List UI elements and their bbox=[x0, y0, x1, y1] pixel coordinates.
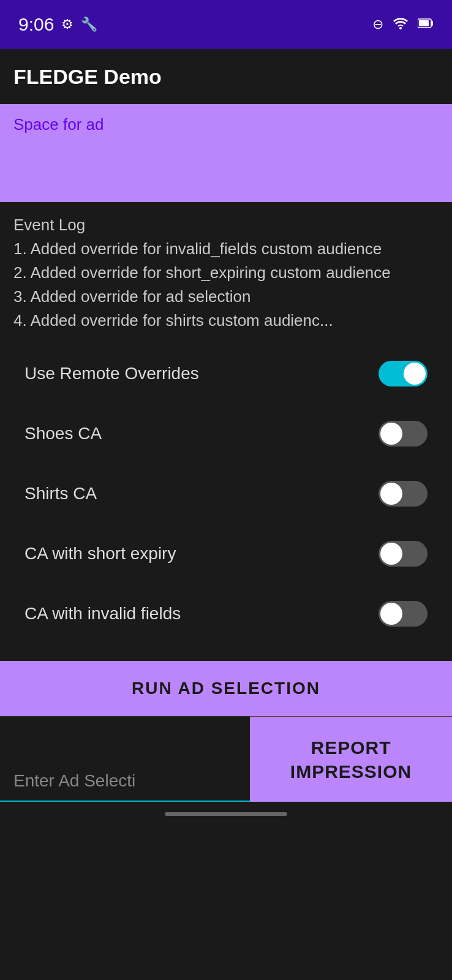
home-indicator bbox=[0, 802, 452, 826]
svg-rect-2 bbox=[431, 21, 433, 26]
ad-space-label: Space for ad bbox=[13, 115, 104, 134]
toggle-knob-ca-short-expiry bbox=[380, 543, 402, 565]
toggle-section: Use Remote Overrides Shoes CA Shirts CA … bbox=[0, 333, 452, 655]
toggle-row-shoes-ca: Shoes CA bbox=[24, 404, 428, 464]
bottom-input-placeholder: Enter Ad Selecti bbox=[13, 771, 135, 791]
toggle-row-shirts-ca: Shirts CA bbox=[24, 464, 428, 524]
bottom-bar: Enter Ad Selecti REPORTIMPRESSION bbox=[0, 716, 452, 802]
run-ad-selection-button[interactable]: RUN AD SELECTION bbox=[0, 661, 452, 716]
toggle-ca-short-expiry[interactable] bbox=[379, 541, 428, 567]
home-bar bbox=[165, 812, 287, 816]
toggle-label-ca-short-expiry: CA with short expiry bbox=[24, 544, 176, 564]
app-header: FLEDGE Demo bbox=[0, 49, 452, 104]
toggle-knob-ca-invalid-fields bbox=[380, 603, 402, 625]
event-log: Event Log 1. Added override for invalid_… bbox=[0, 202, 452, 333]
toggle-shoes-ca[interactable] bbox=[379, 421, 428, 447]
toggle-shirts-ca[interactable] bbox=[379, 481, 428, 507]
event-log-title: Event Log bbox=[13, 216, 85, 234]
report-impression-button[interactable]: REPORTIMPRESSION bbox=[250, 717, 452, 802]
ad-space-container: Space for ad bbox=[0, 104, 452, 202]
status-bar-left: 9:06 ⚙ 🔧 bbox=[18, 14, 97, 35]
toggle-knob-shirts-ca bbox=[380, 483, 402, 505]
toggle-row-ca-short-expiry: CA with short expiry bbox=[24, 524, 428, 584]
toggle-knob-use-remote-overrides bbox=[404, 363, 426, 385]
svg-point-0 bbox=[399, 27, 402, 29]
wrench-icon: 🔧 bbox=[81, 17, 97, 32]
app-title: FLEDGE Demo bbox=[13, 65, 162, 89]
battery-icon bbox=[418, 17, 434, 32]
toggle-label-shirts-ca: Shirts CA bbox=[24, 484, 97, 503]
settings-icon: ⚙ bbox=[61, 17, 73, 32]
event-log-entry-1: 1. Added override for invalid_fields cus… bbox=[13, 239, 382, 258]
wifi-icon bbox=[392, 16, 409, 33]
event-log-entry-3: 3. Added override for ad selection bbox=[13, 287, 250, 306]
toggle-ca-invalid-fields[interactable] bbox=[379, 601, 428, 627]
event-log-entry-2: 2. Added override for short_expiring cus… bbox=[13, 263, 391, 282]
toggle-row-ca-invalid-fields: CA with invalid fields bbox=[24, 584, 428, 644]
event-log-text: Event Log 1. Added override for invalid_… bbox=[13, 213, 439, 333]
status-bar: 9:06 ⚙ 🔧 ⊖ bbox=[0, 0, 452, 49]
toggle-label-ca-invalid-fields: CA with invalid fields bbox=[24, 604, 181, 624]
status-time: 9:06 bbox=[18, 14, 54, 35]
status-bar-right: ⊖ bbox=[372, 16, 434, 33]
event-log-entry-4: 4. Added override for shirts custom audi… bbox=[13, 311, 333, 330]
bottom-input-area[interactable]: Enter Ad Selecti bbox=[0, 717, 250, 802]
svg-rect-3 bbox=[419, 20, 429, 26]
toggle-knob-shoes-ca bbox=[380, 423, 402, 445]
toggle-use-remote-overrides[interactable] bbox=[379, 361, 428, 386]
toggle-row-use-remote-overrides: Use Remote Overrides bbox=[24, 344, 428, 404]
toggle-label-shoes-ca: Shoes CA bbox=[24, 424, 102, 443]
toggle-label-use-remote-overrides: Use Remote Overrides bbox=[24, 364, 199, 383]
do-not-disturb-icon: ⊖ bbox=[372, 17, 383, 32]
